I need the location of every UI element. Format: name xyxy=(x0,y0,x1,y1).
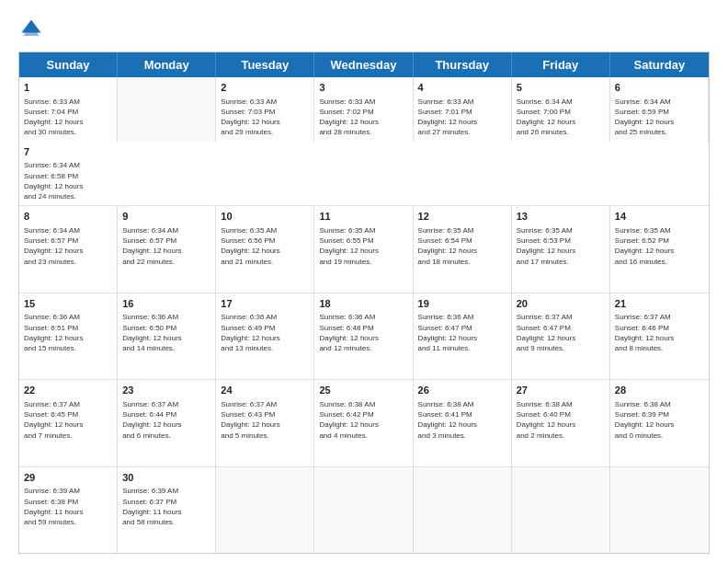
calendar-row-4: 29Sunrise: 6:39 AM Sunset: 6:38 PM Dayli… xyxy=(19,467,709,553)
calendar-cell-empty-r4c6 xyxy=(610,467,709,553)
calendar-cell-10: 10Sunrise: 6:35 AM Sunset: 6:56 PM Dayli… xyxy=(216,206,314,292)
col-header-sunday: Sunday xyxy=(19,52,118,77)
calendar-cell-30: 30Sunrise: 6:39 AM Sunset: 6:37 PM Dayli… xyxy=(118,467,216,553)
col-header-tuesday: Tuesday xyxy=(216,52,314,77)
calendar: SundayMondayTuesdayWednesdayThursdayFrid… xyxy=(18,52,710,554)
calendar-cell-29: 29Sunrise: 6:39 AM Sunset: 6:38 PM Dayli… xyxy=(19,467,118,553)
calendar-row-2: 15Sunrise: 6:36 AM Sunset: 6:51 PM Dayli… xyxy=(19,293,709,380)
calendar-cell-empty-r4c2 xyxy=(216,467,314,553)
calendar-cell-19: 19Sunrise: 6:36 AM Sunset: 6:47 PM Dayli… xyxy=(414,293,512,379)
calendar-cell-17: 17Sunrise: 6:36 AM Sunset: 6:49 PM Dayli… xyxy=(216,293,314,379)
calendar-cell-8: 8Sunrise: 6:34 AM Sunset: 6:57 PM Daylig… xyxy=(19,206,118,292)
calendar-cell-18: 18Sunrise: 6:36 AM Sunset: 6:48 PM Dayli… xyxy=(314,293,413,379)
calendar-cell-28: 28Sunrise: 6:38 AM Sunset: 6:39 PM Dayli… xyxy=(610,380,709,465)
calendar-cell-23: 23Sunrise: 6:37 AM Sunset: 6:44 PM Dayli… xyxy=(118,380,216,465)
calendar-row-1: 8Sunrise: 6:34 AM Sunset: 6:57 PM Daylig… xyxy=(19,206,709,293)
logo-icon xyxy=(18,17,44,42)
calendar-cell-25: 25Sunrise: 6:38 AM Sunset: 6:42 PM Dayli… xyxy=(314,380,413,465)
col-header-wednesday: Wednesday xyxy=(314,52,413,77)
calendar-cell-15: 15Sunrise: 6:36 AM Sunset: 6:51 PM Dayli… xyxy=(19,293,118,379)
calendar-cell-20: 20Sunrise: 6:37 AM Sunset: 6:47 PM Dayli… xyxy=(512,293,610,379)
calendar-cell-24: 24Sunrise: 6:37 AM Sunset: 6:43 PM Dayli… xyxy=(216,380,314,465)
calendar-cell-11: 11Sunrise: 6:35 AM Sunset: 6:55 PM Dayli… xyxy=(314,206,413,292)
calendar-cell-empty-r4c5 xyxy=(512,467,610,553)
calendar-cell-5: 5Sunrise: 6:34 AM Sunset: 7:00 PM Daylig… xyxy=(512,77,610,142)
calendar-cell-9: 9Sunrise: 6:34 AM Sunset: 6:57 PM Daylig… xyxy=(118,206,216,292)
col-header-saturday: Saturday xyxy=(610,52,709,77)
calendar-cell-empty-r4c4 xyxy=(414,467,512,553)
calendar-cell-21: 21Sunrise: 6:37 AM Sunset: 6:46 PM Dayli… xyxy=(610,293,709,379)
calendar-cell-7: 7Sunrise: 6:34 AM Sunset: 6:58 PM Daylig… xyxy=(19,142,118,206)
calendar-cell-1: 1Sunrise: 6:33 AM Sunset: 7:04 PM Daylig… xyxy=(19,77,118,142)
calendar-cell-empty-r4c3 xyxy=(314,467,413,553)
calendar-cell-27: 27Sunrise: 6:38 AM Sunset: 6:40 PM Dayli… xyxy=(512,380,610,465)
calendar-cell-16: 16Sunrise: 6:36 AM Sunset: 6:50 PM Dayli… xyxy=(118,293,216,379)
calendar-cell-3: 3Sunrise: 6:33 AM Sunset: 7:02 PM Daylig… xyxy=(314,77,413,142)
calendar-header: SundayMondayTuesdayWednesdayThursdayFrid… xyxy=(19,52,709,77)
col-header-thursday: Thursday xyxy=(414,52,512,77)
calendar-cell-2: 2Sunrise: 6:33 AM Sunset: 7:03 PM Daylig… xyxy=(216,77,314,142)
logo: Blue xyxy=(18,17,48,42)
calendar-cell-12: 12Sunrise: 6:35 AM Sunset: 6:54 PM Dayli… xyxy=(414,206,512,292)
calendar-cell-13: 13Sunrise: 6:35 AM Sunset: 6:53 PM Dayli… xyxy=(512,206,610,292)
page-header: Blue xyxy=(18,17,710,42)
calendar-body: 1Sunrise: 6:33 AM Sunset: 7:04 PM Daylig… xyxy=(19,77,709,553)
calendar-cell-14: 14Sunrise: 6:35 AM Sunset: 6:52 PM Dayli… xyxy=(610,206,709,292)
calendar-row-0: 1Sunrise: 6:33 AM Sunset: 7:04 PM Daylig… xyxy=(19,77,709,206)
calendar-cell-4: 4Sunrise: 6:33 AM Sunset: 7:01 PM Daylig… xyxy=(414,77,512,142)
calendar-cell-empty-0 xyxy=(118,77,216,142)
calendar-cell-6: 6Sunrise: 6:34 AM Sunset: 6:59 PM Daylig… xyxy=(610,77,709,142)
calendar-row-3: 22Sunrise: 6:37 AM Sunset: 6:45 PM Dayli… xyxy=(19,380,709,466)
col-header-friday: Friday xyxy=(512,52,610,77)
col-header-monday: Monday xyxy=(118,52,216,77)
calendar-cell-26: 26Sunrise: 6:38 AM Sunset: 6:41 PM Dayli… xyxy=(414,380,512,465)
calendar-cell-22: 22Sunrise: 6:37 AM Sunset: 6:45 PM Dayli… xyxy=(19,380,118,465)
